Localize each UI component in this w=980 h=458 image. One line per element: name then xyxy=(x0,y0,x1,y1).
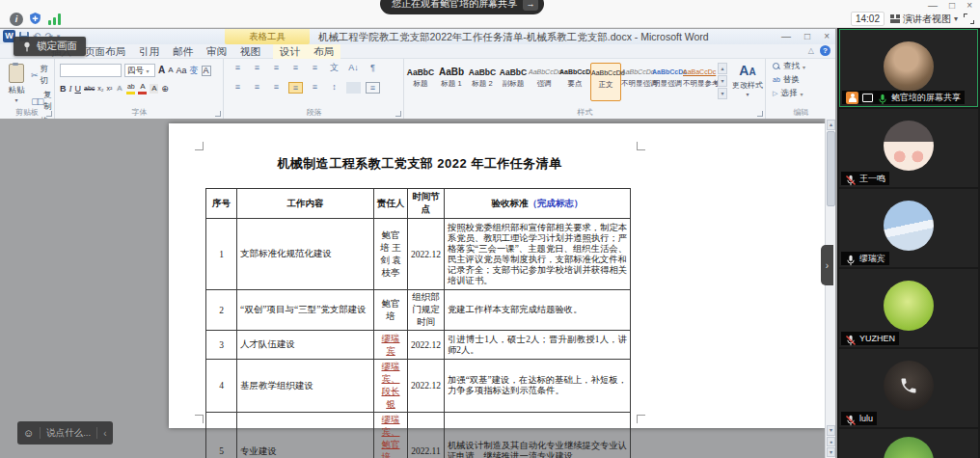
increase-indent-icon[interactable]: ≡ xyxy=(308,63,322,74)
tab-references[interactable]: 引用 xyxy=(132,44,166,59)
select-button[interactable]: ▷选择▾ xyxy=(773,88,835,99)
numbering-icon[interactable]: ≡ xyxy=(250,63,264,74)
superscript-button[interactable]: x² xyxy=(107,83,113,94)
tab-table-design[interactable]: 设计 xyxy=(273,44,307,59)
highlight-color-icon[interactable]: ab xyxy=(126,82,135,94)
tab-mailings[interactable]: 邮件 xyxy=(166,44,200,59)
style-title[interactable]: AaBbC标题 xyxy=(405,63,436,101)
document-page[interactable]: 机械制造工程系教工党支部 2022 年工作任务清单 序号 工作内容 责任人 时间… xyxy=(169,123,825,428)
network-signal-icon[interactable] xyxy=(48,13,64,25)
tab-table-layout[interactable]: 布局 xyxy=(307,44,340,59)
grow-font-icon[interactable]: A xyxy=(158,65,165,76)
participant-tile[interactable]: YUZHEN xyxy=(839,269,978,347)
scroll-thumb[interactable] xyxy=(827,131,835,206)
fullscreen-icon[interactable] xyxy=(964,13,974,24)
font-color-icon[interactable]: A xyxy=(138,82,147,94)
tab-review[interactable]: 审阅 xyxy=(200,44,233,59)
participant-tile[interactable]: lulu xyxy=(839,349,978,427)
style-subtitle[interactable]: AaBbC副标题 xyxy=(498,63,529,101)
character-shading-icon[interactable]: A xyxy=(150,84,158,94)
maximize-button[interactable]: □ xyxy=(949,0,955,12)
style-subtle-emphasis[interactable]: AaBbCcDd不明显强调 xyxy=(621,63,652,101)
italic-button[interactable]: I xyxy=(69,83,72,94)
style-heading2[interactable]: AaBbC标题 2 xyxy=(467,63,498,101)
scroll-up-button[interactable]: ▴ xyxy=(827,120,835,130)
avatar xyxy=(884,121,934,171)
line-spacing-icon[interactable]: ↕ xyxy=(327,82,341,94)
styles-scroll-down-button[interactable]: ▾ xyxy=(718,75,727,87)
collapse-chat-icon[interactable]: ‹ xyxy=(103,428,106,439)
minimize-ribbon-icon[interactable]: △ xyxy=(808,46,814,55)
table-row: 2 “双创”项目与“三型”党支部建设 鲍官培 组织部门规定时间 党建工作样本支部… xyxy=(206,290,631,331)
shading-icon[interactable] xyxy=(346,82,361,94)
word-vertical-scrollbar[interactable]: ▴ ▾ ● ▾ xyxy=(825,119,835,458)
bullets-icon[interactable]: ≡ xyxy=(231,63,245,74)
dialog-launcher-icon[interactable] xyxy=(395,111,401,117)
chat-input-pill[interactable]: ☺ 说点什么... ‹ xyxy=(17,421,113,445)
style-normal-selected[interactable]: AaBbCcDd正文 xyxy=(590,63,621,101)
dialog-launcher-icon[interactable] xyxy=(215,111,221,117)
chat-input-placeholder[interactable]: 说点什么... xyxy=(46,427,91,440)
style-subtle-reference[interactable]: AaBaCcDc不明显参考 xyxy=(683,63,714,101)
borders-icon[interactable]: ≡ xyxy=(366,82,380,94)
banner-arrow-icon[interactable]: → xyxy=(523,0,538,11)
security-shield-icon[interactable] xyxy=(28,12,42,26)
emoji-icon[interactable]: ☺ xyxy=(23,427,34,439)
dialog-launcher-icon[interactable] xyxy=(46,111,52,117)
meeting-info-icon[interactable]: i xyxy=(10,13,23,26)
align-right-icon[interactable]: ≡ xyxy=(269,82,284,94)
change-styles-button[interactable]: AA 更改样式 ▾ xyxy=(730,63,765,97)
word-minimize-button[interactable]: — xyxy=(781,31,791,41)
tab-page-layout[interactable]: 页面布局 xyxy=(78,44,132,59)
strikethrough-button[interactable]: abc xyxy=(84,83,95,94)
sort-icon[interactable]: A↓ xyxy=(346,63,361,74)
scroll-down-button[interactable]: ▾ xyxy=(827,425,835,436)
replace-button[interactable]: ab替换 xyxy=(773,74,835,86)
style-strong[interactable]: AaBbCcDc要点 xyxy=(559,63,590,101)
margin-mark-icon xyxy=(195,142,204,150)
style-heading1[interactable]: AaBb标题 1 xyxy=(436,63,467,101)
participant-tile-partial[interactable] xyxy=(839,429,978,458)
distribute-icon[interactable]: ≡ xyxy=(308,82,322,94)
participant-tile-sharer[interactable]: 鲍官培的屏幕共享 xyxy=(839,29,978,107)
style-emphasis[interactable]: AaBbCcDd强调 xyxy=(529,63,559,101)
word-close-button[interactable]: × xyxy=(824,31,830,41)
help-icon[interactable]: ? xyxy=(820,45,830,56)
font-name-input[interactable] xyxy=(60,64,122,77)
style-intense-emphasis[interactable]: AaBbCcDc明显强调 xyxy=(652,63,683,101)
tab-view[interactable]: 视图 xyxy=(233,44,267,59)
paste-dropdown-icon[interactable]: ▾ xyxy=(4,96,29,103)
align-left-icon[interactable]: ≡ xyxy=(231,82,245,94)
participant-tile[interactable]: 缪瑞宾 xyxy=(839,189,978,267)
multilevel-list-icon[interactable]: ≡ xyxy=(269,63,284,74)
shrink-font-icon[interactable]: A xyxy=(168,65,173,76)
paste-button[interactable]: 粘贴 ▾ xyxy=(4,63,29,105)
character-border-icon[interactable]: A xyxy=(202,66,211,76)
panel-collapse-handle[interactable]: › xyxy=(821,245,833,285)
phonetic-guide-icon[interactable]: 变 xyxy=(190,65,199,76)
cut-button[interactable]: ✂剪切 xyxy=(31,64,54,87)
word-maximize-button[interactable]: □ xyxy=(804,31,810,41)
browse-object-button[interactable]: ● xyxy=(827,437,835,446)
decrease-indent-icon[interactable]: ≡ xyxy=(288,63,303,74)
dialog-launcher-icon[interactable] xyxy=(757,111,763,117)
align-center-icon[interactable]: ≡ xyxy=(250,82,264,94)
text-effects-icon[interactable]: A xyxy=(115,84,123,94)
minimize-button[interactable]: — xyxy=(928,0,938,12)
find-button[interactable]: 查找▾ xyxy=(773,61,835,72)
close-button[interactable]: × xyxy=(966,0,972,12)
styles-scroll-up-button[interactable]: ▴ xyxy=(718,63,727,74)
styles-expand-button[interactable]: ▾ xyxy=(718,88,727,99)
participant-tile[interactable]: 王一鸣 xyxy=(839,109,978,187)
enclose-characters-icon[interactable]: ⊕ xyxy=(161,83,169,94)
justify-icon[interactable]: ≡ xyxy=(288,82,303,94)
bold-button[interactable]: B xyxy=(60,83,67,94)
subscript-button[interactable]: x₂ xyxy=(97,83,103,94)
view-mode-selector[interactable]: 演讲者视图 ▾ xyxy=(890,13,958,26)
change-case-icon[interactable]: Aa xyxy=(177,65,187,76)
show-marks-icon[interactable]: ¶ xyxy=(366,63,380,74)
underline-button[interactable]: U xyxy=(75,83,82,94)
next-page-button[interactable]: ▾ xyxy=(827,447,835,457)
asian-layout-icon[interactable]: 文 xyxy=(327,63,341,74)
font-size-input[interactable]: 四号 ▾ xyxy=(124,64,155,77)
